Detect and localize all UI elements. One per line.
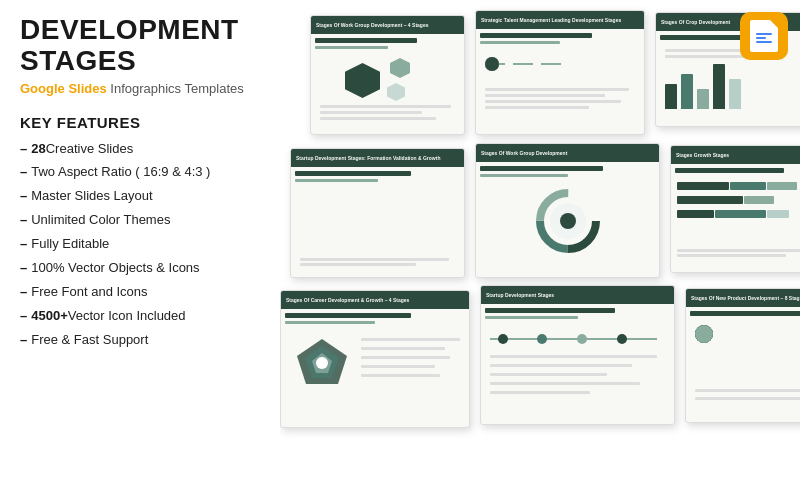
bar-5 [729,79,741,109]
slide-body-6 [671,164,800,272]
title-bar [675,168,784,173]
title-bar [315,38,417,43]
content-line-2 [300,263,416,266]
bar-3 [697,89,709,109]
feature-item: –28 Creative Slides [20,141,280,158]
feature-text: Creative Slides [46,141,133,158]
slide-card-8: Startup Development Stages [480,285,675,425]
feature-item: –Fully Editable [20,236,280,253]
sub-bar [315,46,388,49]
slide-body-5 [476,162,659,277]
content-line-4 [490,382,640,385]
slide-card-1: Stages Of Work Group Development – 4 Sta… [310,15,465,135]
content-line-r5 [361,374,440,377]
feature-item: –100% Vector Objects & Icons [20,260,280,277]
title-bar [295,171,411,176]
timeline-line [490,338,657,340]
content-line-r4 [361,365,435,368]
sub-bar [480,41,560,44]
slide-body-1 [311,34,464,134]
content-line [320,105,451,108]
features-title: KEY FEATURES [20,114,280,131]
content-line-r2 [361,347,445,350]
feature-dash: – [20,332,27,349]
slide-card-4: Startup Development Stages: Formation Va… [290,148,465,278]
content-line-1 [490,355,657,358]
content-line-3 [485,100,621,103]
content-line-2 [485,94,605,97]
line-connector-3 [541,63,561,65]
slides-preview: Stages Of Work Group Development – 4 Sta… [280,0,800,500]
bar-2 [681,74,693,109]
stack-bar-3a [677,210,714,218]
content-line-3 [490,373,607,376]
slide-body-7 [281,309,469,427]
hex-shape-xs [387,83,405,101]
content-line [300,258,449,261]
title-bar [285,313,411,318]
gs-line-2 [756,37,766,39]
slide-body-9 [686,307,800,422]
content-line-4 [485,106,589,109]
gs-line-1 [756,33,772,35]
feature-dash: – [20,212,27,229]
feature-text: Vector Icon Included [68,308,186,325]
bar-4 [713,64,725,109]
feature-dash: – [20,188,27,205]
content-line-2 [320,111,422,114]
stack-bar-2b [744,196,773,204]
content-line [677,249,800,252]
line-connector-2 [513,63,533,65]
gs-icon-inner [750,20,778,52]
gs-fold [770,20,778,28]
page-container: DEVELOPMENT STAGES Google Slides Infogra… [0,0,800,500]
slide-header-2: Strategic Talent Management Leading Deve… [476,11,644,29]
feature-dash: – [20,164,27,181]
content-line-r3 [361,356,450,359]
content-line-2 [665,55,752,58]
left-panel: DEVELOPMENT STAGES Google Slides Infogra… [20,15,280,356]
sub-bar [295,179,378,182]
gs-lines [756,29,772,43]
slide-card-9: Stages Of New Product Development – 8 St… [685,288,800,423]
slide-header-8: Startup Development Stages [481,286,674,304]
feature-bold-text: 4500+ [31,308,68,325]
feature-text: 100% Vector Objects & Icons [31,260,199,277]
content-line-2 [695,397,800,400]
subtitle-line: Google Slides Infographics Templates [20,81,280,96]
feature-item: –4500+ Vector Icon Included [20,308,280,325]
stack-bar-1b [730,182,767,190]
feature-dash: – [20,308,27,325]
slide-card-2: Strategic Talent Management Leading Deve… [475,10,645,135]
title-bar [480,166,603,171]
feature-text: Free Font and Icons [31,284,147,301]
feature-item: –Unlimited Color Themes [20,212,280,229]
slide-body-8 [481,304,674,424]
slide-body-2 [476,29,644,134]
feature-bold-text: 28 [31,141,45,158]
slide-card-6: Stages Growth Stages [670,145,800,273]
feature-text: Free & Fast Support [31,332,148,349]
subtitle-highlight: Google Slides [20,81,107,96]
feature-item: –Master Slides Layout [20,188,280,205]
content-line-2 [490,364,632,367]
slide-header-1: Stages Of Work Group Development – 4 Sta… [311,16,464,34]
sub-bar [485,316,578,319]
feature-dash: – [20,141,27,158]
content-line-r1 [361,338,460,341]
feature-item: –Two Aspect Ratio ( 16:9 & 4:3 ) [20,164,280,181]
svg-point-8 [316,357,328,369]
hex-shape-sm [390,58,410,78]
sub-bar [480,174,568,177]
slide-header-4: Startup Development Stages: Formation Va… [291,149,464,167]
feature-text: Master Slides Layout [31,188,152,205]
feature-text: Two Aspect Ratio ( 16:9 & 4:3 ) [31,164,210,181]
bar-1 [665,84,677,109]
circ-6 [695,325,713,343]
features-list: –28 Creative Slides–Two Aspect Ratio ( 1… [20,141,280,349]
page-title: DEVELOPMENT STAGES [20,15,280,77]
slide-header-6: Stages Growth Stages [671,146,800,164]
stack-bar-3c [767,210,789,218]
slide-header-5: Stages Of Work Group Development [476,144,659,162]
title-bar [480,33,592,38]
